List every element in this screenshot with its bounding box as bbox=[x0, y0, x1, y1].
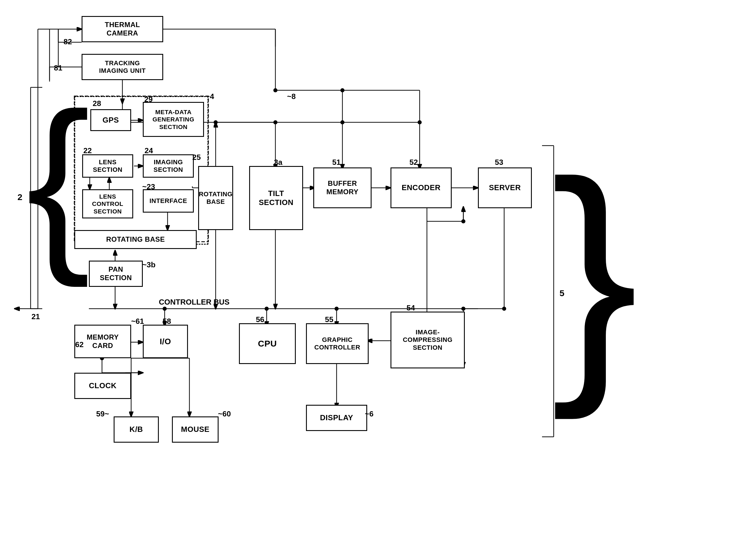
label-82: 82 bbox=[63, 37, 72, 46]
svg-point-74 bbox=[340, 120, 344, 124]
label-81: 81 bbox=[54, 63, 62, 73]
svg-point-78 bbox=[334, 307, 338, 311]
label-55: 55 bbox=[325, 315, 333, 324]
bracket-5: } bbox=[551, 143, 639, 405]
svg-point-75 bbox=[418, 120, 422, 124]
svg-point-71 bbox=[340, 88, 344, 92]
label-58: 58 bbox=[163, 317, 171, 326]
label-61: ~61 bbox=[131, 317, 144, 326]
label-54: 54 bbox=[407, 303, 415, 312]
tilt-section-box: TILT SECTION bbox=[249, 166, 303, 230]
bracket-2: { bbox=[26, 84, 90, 277]
label-62: 62 bbox=[75, 340, 84, 349]
tracking-imaging-box: TRACKING IMAGING UNIT bbox=[82, 54, 163, 80]
clock-box: CLOCK bbox=[74, 373, 131, 399]
graphic-controller-box: GRAPHIC CONTROLLER bbox=[306, 323, 369, 364]
svg-point-70 bbox=[273, 88, 277, 92]
rotating-base-box: ROTATING BASE bbox=[198, 166, 233, 230]
svg-point-72 bbox=[214, 120, 218, 124]
buffer-memory-box: BUFFER MEMORY bbox=[313, 167, 372, 208]
svg-point-73 bbox=[273, 120, 277, 124]
label-21: 21 bbox=[31, 312, 40, 321]
kb-box: K/B bbox=[114, 416, 159, 443]
server-box: SERVER bbox=[478, 167, 532, 208]
label-53: 53 bbox=[495, 158, 503, 167]
diagram: THERMAL CAMERA TRACKING IMAGING UNIT GPS… bbox=[0, 0, 730, 560]
image-compressing-box: IMAGE- COMPRESSING SECTION bbox=[391, 312, 465, 368]
mouse-box: MOUSE bbox=[172, 416, 218, 443]
thermal-camera-box: THERMAL CAMERA bbox=[82, 16, 163, 42]
label-25b: 25 bbox=[192, 153, 201, 162]
svg-point-79 bbox=[502, 307, 506, 311]
svg-point-82 bbox=[461, 307, 466, 311]
io-box: I/O bbox=[143, 325, 188, 358]
label-51: 51 bbox=[332, 158, 341, 167]
svg-point-76 bbox=[163, 307, 167, 311]
label-4: ~4 bbox=[205, 92, 214, 101]
label-56: 56 bbox=[256, 315, 264, 324]
cpu-box: CPU bbox=[239, 323, 296, 364]
display-box: DISPLAY bbox=[306, 405, 367, 431]
label-59: 59~ bbox=[96, 409, 109, 418]
label-3b: ~3b bbox=[142, 260, 156, 269]
label-8: ~8 bbox=[287, 92, 296, 101]
svg-point-77 bbox=[264, 307, 269, 311]
interface-box: INTERFACE bbox=[143, 189, 194, 213]
pan-section-box: PAN SECTION bbox=[89, 261, 143, 287]
encoder-box: ENCODER bbox=[391, 167, 452, 208]
label-29: 29 bbox=[144, 95, 153, 104]
label-6: ~6 bbox=[365, 409, 374, 418]
rotating-base-label-box: ROTATING BASE bbox=[74, 230, 197, 249]
label-60: ~60 bbox=[218, 409, 231, 418]
label-24: 24 bbox=[144, 146, 153, 155]
controller-bus-label: CONTROLLER BUS bbox=[159, 298, 230, 307]
label-52: 52 bbox=[410, 158, 418, 167]
label-2: 2 bbox=[17, 192, 22, 202]
imaging-section-box: IMAGING SECTION bbox=[143, 154, 194, 178]
label-3a: 3a bbox=[274, 158, 282, 167]
label-28: 28 bbox=[93, 99, 101, 108]
label-23: ~23 bbox=[142, 182, 155, 191]
